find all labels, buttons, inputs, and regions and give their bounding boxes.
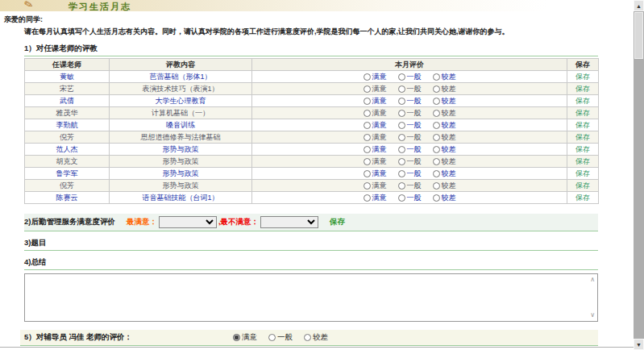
row-save-link[interactable]: 保存 <box>575 145 590 153</box>
col-header-teacher: 任课老师 <box>25 59 110 71</box>
row-save-link[interactable]: 保存 <box>575 121 590 129</box>
teacher-name: 李勤航 <box>25 119 110 131</box>
section5-bar: 5）对辅导员 冯佳 老师的评价： 满意 一般 较差 <box>20 330 598 346</box>
save-cell: 保存 <box>567 144 599 156</box>
average-radio[interactable] <box>398 110 405 117</box>
table-row: 范人杰 形势与政策 满意 一般 较差 保存 <box>25 144 599 156</box>
row-save-link[interactable]: 保存 <box>575 133 590 141</box>
rating-cell: 满意 一般 较差 <box>252 180 567 192</box>
course-name: 形势与政策 <box>110 156 252 168</box>
row-save-link[interactable]: 保存 <box>575 97 590 105</box>
row-save-link[interactable]: 保存 <box>575 73 590 81</box>
poor-radio[interactable] <box>433 182 440 190</box>
poor-radio[interactable] <box>433 146 440 153</box>
counselor-rating-label: 满意 <box>242 332 257 343</box>
poor-radio[interactable] <box>433 122 440 129</box>
scrollbar-thumb[interactable] <box>634 12 643 59</box>
poor-radio[interactable] <box>433 98 440 105</box>
rating-cell: 满意 一般 较差 <box>252 119 567 131</box>
poor-radio[interactable] <box>433 158 440 165</box>
poor-label: 较差 <box>442 120 456 131</box>
most-satisfied-select[interactable] <box>159 216 217 228</box>
satisfied-radio[interactable] <box>364 170 371 177</box>
table-row: 李勤航 嗓音训练 满意 一般 较差 保存 <box>25 119 599 131</box>
poor-label: 较差 <box>442 181 456 191</box>
course-name: 芭蕾基础（形体1） <box>110 71 252 83</box>
section4-title: 4)总结 <box>24 257 598 270</box>
most-satisfied-label: 最满意： <box>127 217 157 227</box>
poor-radio[interactable] <box>433 110 440 117</box>
satisfied-radio[interactable] <box>364 110 371 117</box>
average-radio[interactable] <box>398 146 405 153</box>
rating-cell: 满意 一般 较差 <box>252 156 567 168</box>
satisfied-radio[interactable] <box>364 194 371 202</box>
counselor-rating-radio[interactable] <box>304 334 311 341</box>
table-row: 倪芳 思想道德修养与法律基础 满意 一般 较差 保存 <box>25 131 599 144</box>
textarea-scroll-up-icon[interactable]: ∧ <box>590 277 595 283</box>
satisfied-radio[interactable] <box>364 122 371 129</box>
row-save-link[interactable]: 保存 <box>575 181 590 190</box>
satisfied-radio[interactable] <box>364 158 371 165</box>
poor-label: 较差 <box>442 84 456 94</box>
summary-textarea[interactable] <box>24 273 598 322</box>
row-save-link[interactable]: 保存 <box>575 194 590 202</box>
counselor-rating-label: 一般 <box>277 332 293 343</box>
average-radio[interactable] <box>398 158 405 165</box>
counselor-rating-label: 较差 <box>313 332 328 343</box>
course-name: 计算机基础（一） <box>110 107 252 119</box>
teacher-name: 雅茂华 <box>25 107 110 119</box>
counselor-rating-radio[interactable] <box>233 334 240 341</box>
teacher-eval-table: 任课老师 评教内容 本月评价 保存 黄敏 芭蕾基础（形体1） 满意 一般 较差 … <box>24 58 599 204</box>
satisfied-label: 满意 <box>372 108 387 119</box>
table-row: 鲁学军 形势与政策 满意 一般 较差 保存 <box>25 168 599 180</box>
row-save-link[interactable]: 保存 <box>575 109 590 117</box>
poor-radio[interactable] <box>433 194 440 202</box>
poor-radio[interactable] <box>433 85 440 93</box>
average-radio[interactable] <box>398 122 405 129</box>
average-radio[interactable] <box>398 98 405 105</box>
average-radio[interactable] <box>398 85 405 93</box>
poor-radio[interactable] <box>433 73 440 81</box>
poor-radio[interactable] <box>433 134 440 141</box>
average-radio[interactable] <box>398 182 405 190</box>
teacher-name: 黄敏 <box>25 71 110 83</box>
satisfied-label: 满意 <box>372 96 387 106</box>
average-radio[interactable] <box>398 134 405 141</box>
title-bar: ✎ 学习生活月志 <box>0 0 644 11</box>
section3-title: 3)题目 <box>24 238 598 251</box>
satisfied-radio[interactable] <box>364 98 371 105</box>
textarea-scroll-down-icon[interactable]: ∨ <box>590 312 595 319</box>
rating-cell: 满意 一般 较差 <box>252 131 567 144</box>
average-radio[interactable] <box>398 170 405 177</box>
satisfied-radio[interactable] <box>364 134 371 141</box>
average-label: 一般 <box>407 84 422 94</box>
satisfied-label: 满意 <box>372 132 387 143</box>
row-save-link[interactable]: 保存 <box>575 85 590 93</box>
satisfied-label: 满意 <box>372 156 387 167</box>
satisfied-radio[interactable] <box>364 146 371 153</box>
section2-save-link[interactable]: 保存 <box>330 217 345 227</box>
row-save-link[interactable]: 保存 <box>575 169 590 177</box>
save-cell: 保存 <box>567 156 599 168</box>
scrollbar-up-icon[interactable]: ▲ <box>634 0 644 11</box>
satisfied-radio[interactable] <box>364 182 371 190</box>
satisfied-radio[interactable] <box>364 85 371 93</box>
average-radio[interactable] <box>398 73 405 81</box>
table-row: 武倩 大学生心理教育 满意 一般 较差 保存 <box>25 95 599 107</box>
scrollbar-down-icon[interactable]: ▼ <box>634 339 644 350</box>
teacher-name: 鲁学军 <box>25 168 110 180</box>
satisfied-label: 满意 <box>372 144 387 155</box>
least-satisfied-select[interactable] <box>260 216 318 228</box>
poor-radio[interactable] <box>433 170 440 177</box>
counselor-rating-radio[interactable] <box>268 334 276 341</box>
rating-cell: 满意 一般 较差 <box>252 168 567 180</box>
poor-label: 较差 <box>442 96 456 106</box>
row-save-link[interactable]: 保存 <box>575 157 590 165</box>
page-scrollbar[interactable]: ▲ ▼ <box>634 0 644 350</box>
average-radio[interactable] <box>398 194 405 202</box>
poor-label: 较差 <box>442 72 456 82</box>
average-label: 一般 <box>407 108 422 119</box>
col-header-rating: 本月评价 <box>252 59 567 71</box>
satisfied-radio[interactable] <box>364 73 371 81</box>
poor-label: 较差 <box>442 169 456 179</box>
